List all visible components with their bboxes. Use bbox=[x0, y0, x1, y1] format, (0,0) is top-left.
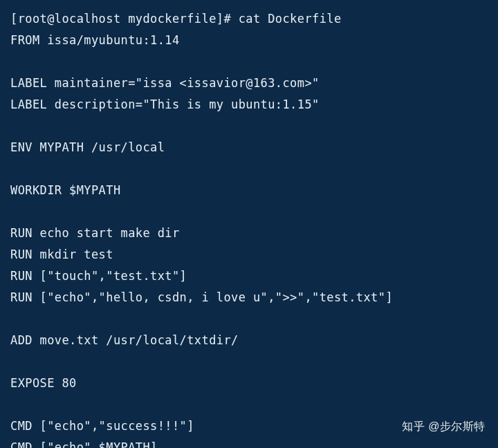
terminal-line: [root@localhost mydockerfile]# cat Docke… bbox=[10, 8, 488, 30]
zhihu-logo-icon: 知乎 bbox=[402, 416, 425, 437]
terminal-line: FROM issa/myubuntu:1.14 bbox=[10, 30, 488, 51]
watermark: 知乎 @步尔斯特 bbox=[402, 416, 486, 437]
terminal-line bbox=[10, 158, 488, 180]
terminal-line bbox=[10, 351, 488, 373]
terminal-output: [root@localhost mydockerfile]# cat Docke… bbox=[10, 8, 488, 448]
terminal-line bbox=[10, 394, 488, 416]
terminal-line bbox=[10, 308, 488, 330]
terminal-line: RUN mkdir test bbox=[10, 244, 488, 265]
watermark-handle: @步尔斯特 bbox=[428, 420, 486, 432]
terminal-line: RUN ["touch","test.txt"] bbox=[10, 265, 488, 287]
terminal-line: LABEL description="This is my ubuntu:1.1… bbox=[10, 94, 488, 115]
terminal-line bbox=[10, 51, 488, 73]
terminal-line: RUN ["echo","hello, csdn, i love u",">>"… bbox=[10, 287, 488, 308]
terminal-line bbox=[10, 201, 488, 223]
terminal-line: EXPOSE 80 bbox=[10, 373, 488, 394]
terminal-line: RUN echo start make dir bbox=[10, 223, 488, 244]
terminal-line: ADD move.txt /usr/local/txtdir/ bbox=[10, 330, 488, 351]
terminal-line: WORKDIR $MYPATH bbox=[10, 180, 488, 201]
brand-name: 知乎 bbox=[402, 416, 425, 437]
terminal-line: LABEL maintainer="issa <issavior@163.com… bbox=[10, 73, 488, 94]
terminal-line: ENV MYPATH /usr/local bbox=[10, 137, 488, 158]
terminal-line bbox=[10, 115, 488, 137]
terminal-line: CMD ["echo",$MYPATH] bbox=[10, 437, 488, 448]
